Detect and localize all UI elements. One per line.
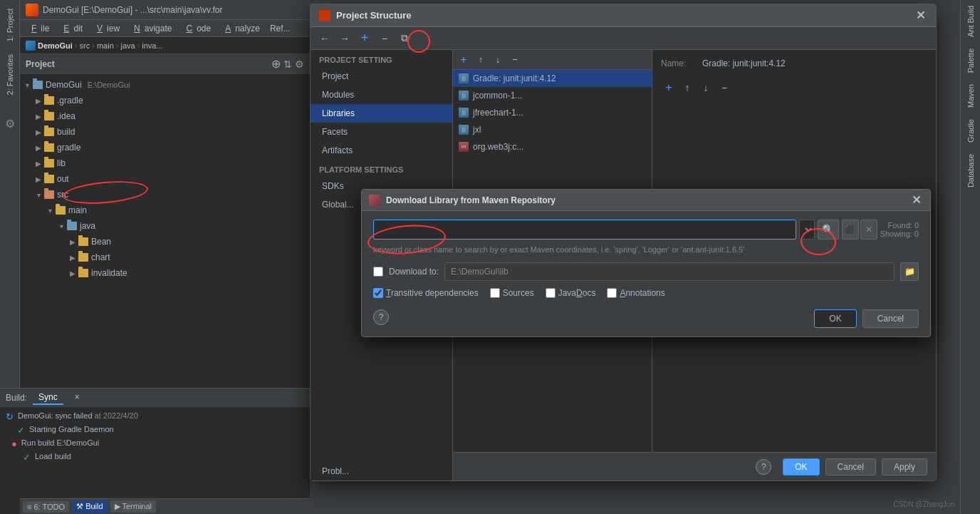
lib-icon-web3j: m xyxy=(459,142,469,152)
ps-help-btn[interactable]: ? xyxy=(756,459,771,475)
sidebar-ant-label[interactable]: Ant Build xyxy=(965,0,976,43)
lib-detail-up-btn[interactable]: ↑ xyxy=(679,80,695,96)
sidebar-palette-label[interactable]: Palette xyxy=(965,43,976,78)
ps-forward-btn[interactable]: → xyxy=(336,30,353,47)
tree-item-idea[interactable]: ▶ .idea xyxy=(20,108,310,124)
maven-search-input[interactable] xyxy=(373,220,796,240)
ps-copy-btn[interactable]: ⧉ xyxy=(396,30,413,47)
ps-add-btn[interactable]: + xyxy=(356,30,373,47)
menu-analyze[interactable]: Analyze xyxy=(217,22,264,35)
maven-extra-btn-2[interactable]: ✕ xyxy=(860,220,877,240)
error-icon-1: ● xyxy=(11,438,17,449)
sidebar-project-label[interactable]: 1: Project xyxy=(4,3,16,47)
lib-item-jcommon[interactable]: ||| jcommon-1... xyxy=(453,87,652,104)
lib-item-web3j[interactable]: m org.web3j:c... xyxy=(453,138,652,155)
ide-window: 1: Project 2: Favorites ⚙ DemoGui [E:\De… xyxy=(0,0,310,514)
maven-cancel-btn[interactable]: Cancel xyxy=(862,309,919,328)
panel-settings-btn[interactable]: ⚙ xyxy=(295,58,304,70)
statusbar-todo[interactable]: ≡ 6: TODO xyxy=(23,501,69,513)
sidebar-favorites-label[interactable]: 2: Favorites xyxy=(4,48,16,101)
tree-item-src[interactable]: ▾ src xyxy=(20,187,310,202)
tree-item-lib[interactable]: ▶ lib xyxy=(20,155,310,171)
tree-item-main[interactable]: ▾ main xyxy=(20,202,310,218)
ps-cancel-btn[interactable]: Cancel xyxy=(825,458,876,476)
lib-down-btn[interactable]: ↓ xyxy=(490,52,506,68)
panel-add-btn[interactable]: ⊕ xyxy=(271,57,281,71)
ps-nav-modules[interactable]: Modules xyxy=(311,86,452,104)
tree-item-out[interactable]: ▶ out xyxy=(20,171,310,187)
gradle-hidden-folder-icon xyxy=(44,96,54,105)
sidebar-structure-icon[interactable]: ⚙ xyxy=(5,117,15,130)
run-build-path[interactable]: E:\DemoGui xyxy=(56,438,99,447)
maven-ok-btn[interactable]: OK xyxy=(814,309,856,328)
maven-transitive-checkbox[interactable] xyxy=(373,288,383,298)
tree-item-invalidate[interactable]: ▶ invalidate xyxy=(20,265,310,281)
lib-item-jxl[interactable]: ||| jxl xyxy=(453,121,652,138)
lib-item-jfreechart[interactable]: ||| jfreechart-1... xyxy=(453,104,652,121)
menu-edit[interactable]: Edit xyxy=(55,22,87,35)
maven-title: Download Library from Maven Repository xyxy=(386,195,556,205)
ps-nav-problems[interactable]: Probl... xyxy=(311,462,452,480)
lib-add-btn[interactable]: + xyxy=(456,52,471,68)
ps-back-btn[interactable]: ← xyxy=(316,30,333,47)
tree-item-gradle[interactable]: ▶ gradle xyxy=(20,140,310,155)
panel-sync-btn[interactable]: ⇅ xyxy=(283,58,292,70)
maven-body: 🔍 ⬛ ✕ Found: 0 Showing: 0 keyword or cla… xyxy=(362,211,930,336)
maven-download-checkbox[interactable] xyxy=(373,267,383,277)
lib-name-value: Gradle: junit:junit:4.12 xyxy=(702,58,927,68)
breadcrumb-inva[interactable]: inva... xyxy=(142,41,162,50)
lib-up-btn[interactable]: ↑ xyxy=(473,52,489,68)
breadcrumb-src[interactable]: src xyxy=(80,41,90,50)
breadcrumb-java[interactable]: java xyxy=(120,41,135,50)
maven-sources-checkbox[interactable] xyxy=(490,288,500,298)
maven-search-btn[interactable]: 🔍 xyxy=(818,220,839,240)
build-tab-sync[interactable]: Sync xyxy=(33,391,63,405)
ps-nav-libraries[interactable]: Libraries xyxy=(311,104,452,123)
breadcrumb-demogui[interactable]: DemoGui xyxy=(38,41,73,50)
tree-item-demogui[interactable]: ▾ DemoGui E:\DemoGui xyxy=(20,77,310,93)
ps-apply-btn[interactable]: Apply xyxy=(882,458,927,476)
menu-code[interactable]: Code xyxy=(177,22,215,35)
ps-ok-btn[interactable]: OK xyxy=(783,458,819,476)
sidebar-maven-label[interactable]: Maven xyxy=(965,78,976,113)
sidebar-database-label[interactable]: Database xyxy=(965,148,976,193)
maven-annotations-checkbox[interactable] xyxy=(607,288,617,298)
lib-item-junit[interactable]: ||| Gradle: junit:junit:4.12 xyxy=(453,70,652,87)
ps-nav-artifacts[interactable]: Artifacts xyxy=(311,141,452,160)
menu-navigate[interactable]: Navigate xyxy=(125,22,176,35)
tree-item-chart[interactable]: ▶ chart xyxy=(20,250,310,265)
breadcrumb-main[interactable]: main xyxy=(97,41,114,50)
ps-nav-facets[interactable]: Facets xyxy=(311,123,452,141)
maven-help-btn[interactable]: ? xyxy=(373,309,389,325)
menu-file[interactable]: File xyxy=(23,22,53,35)
maven-close-btn[interactable]: ✕ xyxy=(909,193,923,207)
maven-javadocs-checkbox[interactable] xyxy=(546,288,556,298)
maven-download-label: Download to: xyxy=(389,267,439,277)
lib-detail-down-btn[interactable]: ↓ xyxy=(698,80,714,96)
sidebar-gradle-label[interactable]: Gradle xyxy=(965,113,976,148)
maven-path-input[interactable] xyxy=(444,262,895,281)
tree-label-bean: Bean xyxy=(91,237,111,247)
tree-item-build[interactable]: ▶ build xyxy=(20,124,310,140)
maven-extra-btn-1[interactable]: ⬛ xyxy=(842,220,859,240)
ps-close-btn[interactable]: ✕ xyxy=(913,9,927,23)
invalidate-folder-icon xyxy=(78,269,88,277)
gradle-folder-icon xyxy=(44,143,54,152)
tree-item-bean[interactable]: ▶ Bean xyxy=(20,234,310,250)
ps-remove-btn[interactable]: − xyxy=(376,30,393,47)
maven-dropdown[interactable] xyxy=(799,220,815,240)
menu-refactor[interactable]: Ref... xyxy=(266,22,295,35)
tree-item-java[interactable]: ▾ java xyxy=(20,218,310,234)
build-tab-close[interactable]: × xyxy=(69,391,85,405)
lib-remove-btn[interactable]: − xyxy=(507,52,523,68)
menu-view[interactable]: View xyxy=(88,22,124,35)
lib-detail-add-btn[interactable]: + xyxy=(661,80,677,96)
maven-folder-btn[interactable]: 📁 xyxy=(900,262,919,281)
tree-label-lib: lib xyxy=(57,158,66,168)
lib-detail-remove-btn[interactable]: − xyxy=(716,80,732,96)
ps-nav-project[interactable]: Project xyxy=(311,67,452,86)
tree-item-gradle-hidden[interactable]: ▶ .gradle xyxy=(20,93,310,108)
statusbar-terminal[interactable]: ▶ Terminal xyxy=(110,500,156,513)
maven-annotations-label: Annotations xyxy=(620,288,664,298)
statusbar-build[interactable]: ⚒ Build xyxy=(72,500,108,513)
